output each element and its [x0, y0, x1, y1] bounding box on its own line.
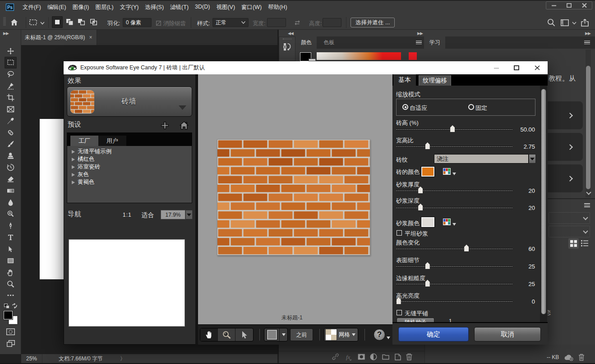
swap-colors-icon[interactable] [12, 303, 18, 309]
dock-collapse-icon[interactable]: ▶▶ [417, 31, 423, 36]
document-canvas[interactable] [40, 119, 64, 279]
current-color-chip[interactable] [409, 52, 417, 60]
slider-track-5[interactable] [396, 207, 512, 209]
move-tool[interactable] [6, 47, 15, 55]
background-color-button[interactable] [264, 328, 288, 341]
help-button[interactable]: ? [374, 329, 385, 341]
healing-brush-tool[interactable] [6, 128, 15, 137]
history-brush-tool[interactable] [6, 163, 15, 172]
close-button[interactable] [577, 2, 592, 9]
dock-collapse-left-icon[interactable]: ◀◀ [288, 31, 293, 36]
tab-color[interactable]: 颜色 [296, 36, 317, 49]
default-colors-icon[interactable] [4, 304, 9, 309]
foreground-color-tool-swatch[interactable] [4, 311, 13, 319]
menu-item-0[interactable]: 文件(F) [19, 4, 44, 11]
brick-texture-select-arrow[interactable] [529, 154, 536, 164]
frame-tool[interactable] [6, 105, 15, 114]
nav-zoom-value[interactable]: 17.9% [161, 210, 185, 219]
layer-mask-icon[interactable] [358, 353, 365, 361]
tab-basic[interactable]: 基本 [393, 74, 416, 86]
libraries-list-view-button[interactable] [581, 240, 588, 246]
dialog-title-bar[interactable]: Exposure Software Eye Candy 7 | 砖墙 | 出厂默… [64, 61, 548, 74]
grid-view-button[interactable]: 网格 [324, 328, 358, 341]
dock-collapse-right-icon[interactable]: ▶▶ [585, 31, 590, 36]
rectangular-marquee-tool[interactable] [5, 57, 17, 68]
options-bar-grip[interactable] [3, 17, 6, 26]
slider-thumb-1[interactable] [425, 142, 430, 149]
color-swatch-3[interactable] [421, 166, 435, 177]
effect-select-button[interactable]: 砖墙 [67, 86, 192, 117]
zoom-tool-button[interactable] [218, 328, 235, 341]
color-spectrum-ramp[interactable] [317, 52, 401, 60]
menu-item-3[interactable]: 图层(L) [92, 4, 116, 11]
delete-layer-icon[interactable] [406, 353, 413, 361]
arrow-tool-button[interactable] [235, 328, 253, 341]
nav-fit-button[interactable]: 适合 [142, 211, 154, 219]
slider-track-8[interactable] [396, 248, 512, 250]
subtract-selection-mode-icon[interactable] [76, 16, 87, 28]
slider-track-4[interactable] [396, 190, 512, 191]
radio-fixed[interactable] [468, 104, 474, 110]
palette-arrow-icon-6[interactable] [452, 223, 456, 226]
add-preset-icon[interactable] [161, 122, 169, 129]
clone-stamp-tool[interactable] [6, 151, 15, 160]
learn-panel-menu-icon[interactable] [584, 41, 590, 45]
color-panel-menu-icon[interactable] [416, 41, 422, 45]
share-icon[interactable] [581, 18, 589, 27]
preset-expand-icon[interactable] [72, 173, 75, 177]
minimize-button[interactable] [546, 2, 562, 9]
tab-factory[interactable]: 工厂 [70, 136, 98, 146]
tab-texture-offset[interactable]: 纹理偏移 [419, 75, 451, 86]
settings-scrollbar-track[interactable] [540, 86, 547, 322]
palette-icon-6[interactable] [443, 218, 451, 225]
nav-zoom-dropdown-button[interactable] [185, 210, 193, 219]
layer-effects-icon[interactable]: fx [346, 353, 353, 361]
random-seed-button[interactable]: 随机种子 [397, 318, 434, 322]
slider-track-11[interactable] [396, 301, 512, 302]
menu-item-10[interactable]: 帮助(H) [265, 4, 290, 11]
libraries-grid-view-button[interactable] [568, 238, 579, 249]
dialog-close-button[interactable] [535, 65, 540, 70]
select-and-mask-button[interactable]: 选择并遮住 ... [351, 18, 395, 27]
hand-tool[interactable] [6, 268, 15, 277]
menu-item-4[interactable]: 文字(Y) [117, 4, 142, 11]
document-tab[interactable]: 未标题-1 @ 25%(RGB/8) × [21, 30, 97, 45]
pen-tool[interactable] [6, 221, 15, 230]
edit-toolbar-ellipsis[interactable] [6, 291, 15, 300]
palette-icon-3[interactable] [443, 168, 451, 175]
home-preset-icon[interactable] [180, 121, 189, 130]
slider-track-9[interactable] [396, 266, 512, 267]
style-select[interactable]: 正常 [212, 18, 249, 27]
menu-item-8[interactable]: 视图(V) [213, 4, 238, 11]
slider-thumb-0[interactable] [450, 125, 455, 132]
dodge-tool[interactable] [6, 209, 15, 218]
new-layer-icon[interactable] [394, 353, 402, 361]
cancel-button[interactable]: 取消 [474, 327, 541, 341]
history-panel-icon[interactable] [283, 43, 291, 51]
menu-item-5[interactable]: 选择(S) [142, 4, 167, 11]
lasso-tool[interactable] [6, 70, 15, 78]
preset-expand-icon[interactable] [72, 165, 75, 169]
slider-track-10[interactable] [396, 283, 512, 285]
crop-tool[interactable] [6, 93, 15, 102]
preset-expand-icon[interactable] [72, 150, 75, 154]
slider-track-1[interactable] [396, 146, 512, 147]
libraries-panel-menu-icon[interactable] [584, 203, 590, 207]
intersect-selection-mode-icon[interactable] [88, 16, 99, 28]
tool-preset-chevron-icon[interactable] [40, 22, 45, 25]
slider-thumb-10[interactable] [425, 280, 430, 287]
status-zoom-level[interactable]: 25% [21, 355, 42, 362]
menu-item-1[interactable]: 编辑(E) [44, 4, 69, 11]
menu-item-6[interactable]: 滤镜(T) [167, 4, 192, 11]
new-selection-mode-icon[interactable] [52, 16, 63, 28]
brick-preview-image[interactable] [217, 139, 370, 255]
preset-item-2[interactable]: 浴室瓷砖 [67, 163, 192, 171]
slider-thumb-9[interactable] [425, 262, 430, 269]
delete-icon[interactable] [578, 354, 585, 361]
preset-item-1[interactable]: 橘红色 [67, 155, 192, 163]
feather-input[interactable]: 0 像素 [123, 18, 152, 27]
adjustment-layer-icon[interactable] [370, 353, 378, 361]
nav-preview-box[interactable] [69, 239, 185, 327]
checkbox-7[interactable] [397, 230, 402, 236]
preset-expand-icon[interactable] [72, 181, 75, 184]
